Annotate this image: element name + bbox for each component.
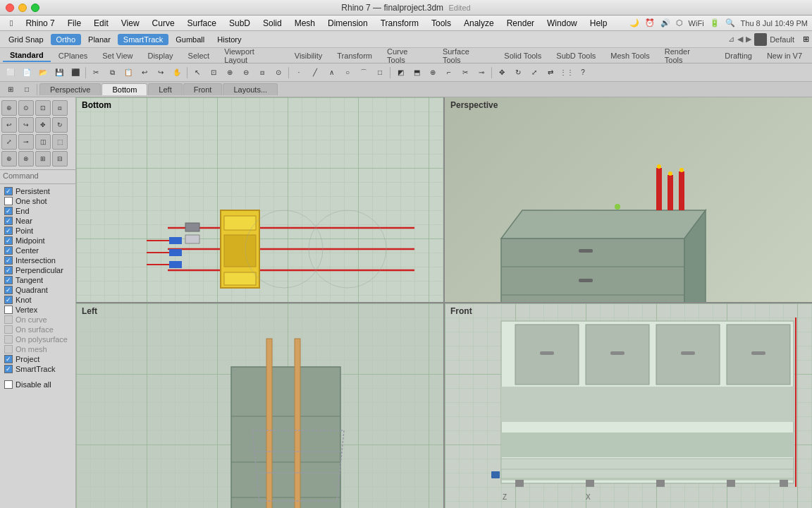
gumball-button[interactable]: Gumball bbox=[170, 34, 210, 45]
snap-disable-all[interactable]: Disable all bbox=[4, 380, 71, 389]
rect-icon[interactable]: □ bbox=[372, 65, 388, 80]
smarttrack-button[interactable]: SmartTrack bbox=[118, 34, 168, 45]
surface-icon[interactable]: ◩ bbox=[393, 65, 408, 80]
snap-knot[interactable]: Knot bbox=[4, 296, 71, 304]
expand-icon[interactable]: ⊞ bbox=[803, 35, 809, 44]
split-icon[interactable]: ⊸ bbox=[474, 65, 489, 80]
hand-icon[interactable]: ✋ bbox=[169, 65, 185, 80]
history-button[interactable]: History bbox=[211, 34, 247, 45]
snap-project[interactable]: Project bbox=[4, 355, 71, 363]
menu-transform[interactable]: Transform bbox=[375, 17, 424, 30]
snap-center-check[interactable] bbox=[4, 246, 13, 255]
menu-window[interactable]: Window bbox=[541, 17, 583, 30]
menu-file[interactable]: File bbox=[62, 17, 87, 30]
nav-right-icon[interactable]: ▶ bbox=[746, 35, 751, 44]
tab-surface-tools[interactable]: Surface Tools bbox=[436, 46, 496, 66]
grid-snap-button[interactable]: Grid Snap bbox=[3, 34, 49, 45]
snap-tool-7[interactable]: ✥ bbox=[35, 117, 51, 133]
menu-view[interactable]: View bbox=[116, 17, 145, 30]
snap-tool-6[interactable]: ↪ bbox=[18, 117, 34, 133]
snap-onsurface-check[interactable] bbox=[4, 325, 13, 334]
snap-persistent-check[interactable] bbox=[4, 187, 13, 195]
line-icon[interactable]: ╱ bbox=[307, 65, 323, 80]
tab-setview[interactable]: Set View bbox=[95, 50, 140, 61]
snap-near-check[interactable] bbox=[4, 217, 13, 225]
snap-tool-12[interactable]: ⬚ bbox=[52, 134, 68, 150]
snap-onmesh[interactable]: On mesh bbox=[4, 345, 71, 353]
zoom-window-icon[interactable]: ⧈ bbox=[254, 65, 270, 80]
menu-analyze[interactable]: Analyze bbox=[458, 17, 500, 30]
tab-visibility[interactable]: Visibility bbox=[288, 50, 330, 61]
viewport-left[interactable]: Left bbox=[76, 303, 443, 508]
snap-point[interactable]: Point bbox=[4, 226, 71, 235]
fillet-icon[interactable]: ⌐ bbox=[441, 65, 457, 80]
snap-tool-10[interactable]: ⊸ bbox=[18, 134, 34, 150]
menu-tools[interactable]: Tools bbox=[426, 17, 457, 30]
tab-standard[interactable]: Standard bbox=[3, 49, 51, 62]
new-file-icon[interactable]: 📄 bbox=[19, 65, 35, 80]
paste-icon[interactable]: 📋 bbox=[121, 65, 136, 80]
menu-dimension[interactable]: Dimension bbox=[322, 17, 374, 30]
snap-oncurve-check[interactable] bbox=[4, 315, 13, 324]
menu-help[interactable]: Help bbox=[584, 17, 613, 30]
snap-tool-1[interactable]: ⊕ bbox=[1, 100, 17, 116]
tab-solid-tools[interactable]: Solid Tools bbox=[497, 50, 548, 61]
tab-curve-tools[interactable]: Curve Tools bbox=[380, 46, 435, 66]
menu-render[interactable]: Render bbox=[501, 17, 540, 30]
snap-tool-4[interactable]: ⧈ bbox=[52, 100, 68, 116]
snap-tool-11[interactable]: ◫ bbox=[35, 134, 51, 150]
snap-tangent-check[interactable] bbox=[4, 276, 13, 284]
snap-intersection[interactable]: Intersection bbox=[4, 256, 71, 265]
viewport-perspective[interactable]: Perspective bbox=[445, 97, 812, 302]
menu-subd[interactable]: SubD bbox=[223, 17, 256, 30]
snap-perpendicular-check[interactable] bbox=[4, 266, 13, 274]
close-button[interactable] bbox=[6, 4, 14, 12]
viewport-bottom[interactable]: Bottom bbox=[76, 97, 443, 302]
tab-transform[interactable]: Transform bbox=[330, 50, 379, 61]
planar-button[interactable]: Planar bbox=[82, 34, 116, 45]
scale-icon[interactable]: ⤢ bbox=[527, 65, 542, 80]
snap-vertex[interactable]: Vertex bbox=[4, 306, 71, 314]
snap-onpolysurface-check[interactable] bbox=[4, 335, 13, 344]
menu-solid[interactable]: Solid bbox=[257, 17, 288, 30]
tab-subd-tools[interactable]: SubD Tools bbox=[549, 50, 603, 61]
snap-oneshot[interactable]: One shot bbox=[4, 197, 71, 205]
tab-layouts[interactable]: Layouts... bbox=[223, 83, 278, 95]
circle-icon[interactable]: ○ bbox=[340, 65, 355, 80]
snap-onpolysurface[interactable]: On polysurface bbox=[4, 335, 71, 344]
tab-perspective[interactable]: Perspective bbox=[39, 83, 101, 95]
snap-oneshot-check[interactable] bbox=[4, 197, 13, 205]
save-icon[interactable]: 💾 bbox=[51, 65, 67, 80]
snap-tool-15[interactable]: ⊞ bbox=[35, 151, 51, 167]
snap-tool-9[interactable]: ⤢ bbox=[1, 134, 17, 150]
snap-smarttrack-check[interactable] bbox=[4, 365, 13, 373]
snap-project-check[interactable] bbox=[4, 355, 13, 363]
snap-end-check[interactable] bbox=[4, 207, 13, 215]
tab-mesh-tools[interactable]: Mesh Tools bbox=[603, 50, 656, 61]
save-small-icon[interactable]: ⬛ bbox=[68, 65, 83, 80]
copy-icon[interactable]: ⧉ bbox=[104, 65, 120, 80]
zoom-extent-icon[interactable]: ⊡ bbox=[206, 65, 221, 80]
undo-icon[interactable]: ↩ bbox=[137, 65, 152, 80]
snap-intersection-check[interactable] bbox=[4, 256, 13, 265]
menu-curve[interactable]: Curve bbox=[147, 17, 180, 30]
snap-onsurface[interactable]: On surface bbox=[4, 325, 71, 334]
snap-tool-13[interactable]: ⊕ bbox=[1, 151, 17, 167]
tab-viewport-layout[interactable]: Viewport Layout bbox=[217, 46, 287, 66]
ortho-button[interactable]: Ortho bbox=[51, 34, 82, 45]
snap-point-check[interactable] bbox=[4, 226, 13, 235]
viewport-front[interactable]: Front bbox=[445, 303, 812, 508]
snap-onmesh-check[interactable] bbox=[4, 345, 13, 353]
snap-disable-check[interactable] bbox=[4, 380, 13, 389]
menu-surface[interactable]: Surface bbox=[182, 17, 222, 30]
tab-render-tools[interactable]: Render Tools bbox=[658, 46, 718, 66]
polyline-icon[interactable]: ∧ bbox=[324, 65, 339, 80]
search-icon[interactable]: 🔍 bbox=[725, 18, 735, 28]
snap-midpoint[interactable]: Midpoint bbox=[4, 236, 71, 245]
tab-drafting[interactable]: Drafting bbox=[718, 50, 759, 61]
tab-cplanes[interactable]: CPlanes bbox=[51, 50, 95, 61]
tab-new-in-v7[interactable]: New in V7 bbox=[760, 50, 809, 61]
snap-end[interactable]: End bbox=[4, 207, 71, 215]
tab-front[interactable]: Front bbox=[183, 83, 223, 95]
rotate-icon[interactable]: ↻ bbox=[510, 65, 526, 80]
